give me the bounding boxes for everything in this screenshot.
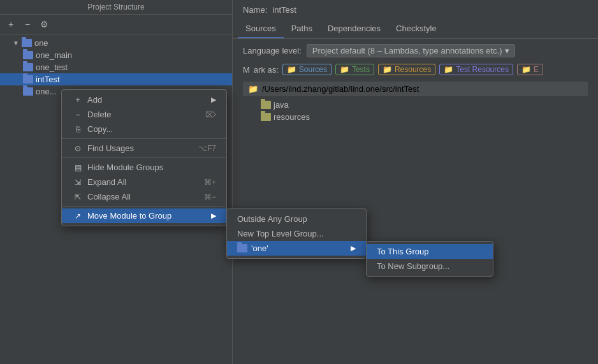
menu-label-copy: Copy... [87, 124, 113, 134]
resources-folder-icon2 [261, 113, 271, 121]
one-group-arrow: ▶ [351, 244, 356, 252]
menu-label-new-top-level-group: New Top Level Group... [237, 229, 324, 238]
title-bar: Project Structure [0, 0, 232, 15]
menu-label-to-new-subgroup: To New Subgroup... [377, 261, 449, 271]
find-usages-icon: ⊙ [72, 144, 84, 153]
sidebar: Project Structure + − ⚙ ▼ one one_main o… [0, 0, 233, 364]
delete-menu-icon: − [72, 110, 84, 119]
path-row: 📁 /Users/lind.zhang/gitlab/lind.one/src/… [243, 82, 588, 96]
expand-all-icon: ⇲ [72, 178, 84, 187]
menu-item-to-this-group[interactable]: To This Group [367, 244, 493, 259]
add-submenu-arrow: ▶ [211, 96, 216, 104]
mark-resources-btn[interactable]: 📁 Resources [378, 64, 435, 75]
context-menu: + Add ▶ − Delete ⌦ ⎘ Copy... ⊙ Find Usag… [61, 89, 227, 226]
mark-sources-btn[interactable]: 📁 Sources [282, 64, 332, 75]
subfolder-java-label: java [273, 100, 289, 110]
tree-item-one[interactable]: ▼ one [0, 37, 232, 49]
right-panel: Name: intTest Sources Paths Dependencies… [233, 0, 598, 364]
subfolder-resources-label: resources [273, 112, 310, 122]
tree-label-one-extra: one... [36, 87, 57, 96]
subfolder-java: java [243, 99, 588, 111]
separator-2 [62, 157, 226, 158]
mark-tests-label: Tests [352, 65, 370, 74]
mark-excluded-label: E [534, 65, 539, 74]
tests-folder-icon: 📁 [340, 65, 349, 74]
copy-menu-icon: ⎘ [72, 125, 84, 134]
module-icon-one-main [23, 51, 33, 59]
tab-paths[interactable]: Paths [284, 20, 320, 38]
menu-label-find-usages: Find Usages [87, 143, 134, 153]
menu-item-new-top-level-group[interactable]: New Top Level Group... [227, 226, 366, 241]
tree-label-one: one [34, 38, 48, 48]
settings-button[interactable]: ⚙ [37, 17, 51, 31]
menu-item-to-new-subgroup[interactable]: To New Subgroup... [367, 259, 493, 273]
sources-folder-icon: 📁 [287, 65, 296, 74]
tree-label-one-main: one_main [36, 50, 72, 60]
one-group-folder-icon [237, 244, 247, 252]
excluded-folder-icon: 📁 [521, 65, 531, 74]
mark-sources-label: Sources [299, 65, 327, 74]
menu-item-delete[interactable]: − Delete ⌦ [62, 107, 226, 122]
tree-item-one-main[interactable]: one_main [0, 49, 232, 61]
tree-item-one-test[interactable]: one_test [0, 61, 232, 73]
collapse-all-shortcut: ⌘− [191, 193, 216, 201]
module-icon-inttest [23, 75, 33, 84]
expand-all-shortcut: ⌘+ [191, 178, 216, 187]
main-panel: Project Structure + − ⚙ ▼ one one_main o… [0, 0, 598, 364]
tab-sources-label: Sources [245, 24, 276, 33]
collapse-all-icon: ⇱ [72, 193, 84, 201]
name-row: Name: intTest [233, 0, 598, 20]
tab-dependencies[interactable]: Dependencies [320, 20, 388, 38]
tab-sources[interactable]: Sources [238, 20, 284, 38]
menu-label-collapse-all: Collapse All [87, 192, 131, 201]
menu-item-hide-groups[interactable]: ▤ Hide Module Groups [62, 160, 226, 175]
mark-excluded-btn[interactable]: 📁 E [517, 64, 543, 75]
menu-label-expand-all: Expand All [87, 177, 126, 187]
subfolder-resources: resources [243, 111, 588, 123]
mark-test-resources-btn[interactable]: 📁 Test Resources [439, 64, 513, 75]
tree-label-inttest: intTest [36, 75, 60, 84]
mark-test-resources-label: Test Resources [456, 65, 509, 74]
remove-button[interactable]: − [20, 17, 34, 31]
resources-folder-icon: 📁 [383, 65, 392, 74]
submenu-move-module: Outside Any Group New Top Level Group...… [226, 208, 367, 259]
add-menu-icon: + [72, 96, 84, 105]
menu-item-outside-any-group[interactable]: Outside Any Group [227, 212, 366, 226]
mark-resources-label: Resources [395, 65, 431, 74]
menu-label-one-group: 'one' [251, 244, 268, 253]
menu-item-one-group[interactable]: 'one' ▶ To This Group To New Subgroup... [227, 241, 366, 256]
submenu-one-group: To This Group To New Subgroup... [366, 241, 493, 277]
separator-1 [62, 138, 226, 139]
module-icon-one-extra [23, 87, 33, 96]
menu-item-collapse-all[interactable]: ⇱ Collapse All ⌘− [62, 189, 226, 204]
language-level-label: Language level: [243, 46, 302, 55]
move-module-icon: ↗ [72, 212, 84, 221]
expand-arrow: ▼ [13, 40, 19, 47]
menu-item-expand-all[interactable]: ⇲ Expand All ⌘+ [62, 175, 226, 189]
add-button[interactable]: + [4, 17, 18, 31]
content-area: Language level: Project default (8 – Lam… [233, 39, 598, 364]
language-level-dropdown[interactable]: Project default (8 – Lambdas, type annot… [307, 44, 515, 57]
tree-item-inttest[interactable]: intTest [0, 73, 232, 85]
menu-label-hide-groups: Hide Module Groups [87, 163, 163, 172]
tree-label-one-test: one_test [36, 62, 68, 72]
tabs-row: Sources Paths Dependencies Checkstyle [233, 20, 598, 39]
menu-item-copy[interactable]: ⎘ Copy... [62, 122, 226, 136]
menu-item-find-usages[interactable]: ⊙ Find Usages ⌥F7 [62, 141, 226, 156]
tab-checkstyle-label: Checkstyle [396, 24, 437, 33]
language-row: Language level: Project default (8 – Lam… [243, 44, 588, 57]
mark-as-label: M [243, 65, 250, 75]
name-label: Name: [243, 5, 267, 15]
dropdown-arrow-icon: ▾ [505, 46, 509, 55]
delete-shortcut: ⌦ [193, 110, 216, 119]
mark-tests-btn[interactable]: 📁 Tests [335, 64, 374, 75]
menu-item-add[interactable]: + Add ▶ [62, 92, 226, 107]
tab-checkstyle[interactable]: Checkstyle [388, 20, 444, 38]
java-folder-icon [261, 101, 271, 109]
menu-label-outside-any-group: Outside Any Group [237, 214, 307, 224]
menu-label-move-module: Move Module to Group [87, 211, 171, 221]
menu-label-add: Add [87, 95, 102, 105]
find-usages-shortcut: ⌥F7 [186, 144, 216, 153]
menu-item-move-module[interactable]: ↗ Move Module to Group ▶ Outside Any Gro… [62, 208, 226, 223]
tab-paths-label: Paths [291, 24, 312, 33]
